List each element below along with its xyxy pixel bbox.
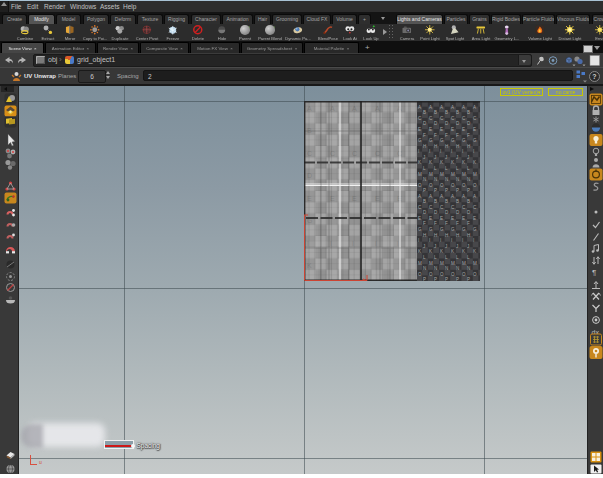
svg-text:A: A bbox=[418, 194, 421, 199]
svg-text:N: N bbox=[434, 177, 437, 182]
svg-text:K: K bbox=[473, 160, 476, 165]
svg-text:E: E bbox=[462, 216, 465, 221]
svg-text:O: O bbox=[429, 272, 433, 277]
svg-text:J: J bbox=[434, 155, 436, 160]
svg-text:N: N bbox=[423, 266, 426, 271]
svg-text:F: F bbox=[434, 133, 437, 138]
svg-text:G: G bbox=[462, 227, 466, 232]
svg-text:E: E bbox=[429, 216, 432, 221]
svg-text:F: F bbox=[423, 133, 426, 138]
svg-text:P: P bbox=[434, 188, 437, 193]
svg-text:O: O bbox=[462, 272, 466, 277]
svg-text:K: K bbox=[429, 160, 432, 165]
svg-text:O: O bbox=[429, 183, 433, 188]
svg-text:F: F bbox=[434, 221, 437, 226]
svg-text:G: G bbox=[418, 138, 422, 143]
svg-text:P: P bbox=[434, 277, 437, 281]
svg-text:N: N bbox=[434, 266, 437, 271]
svg-text:K: K bbox=[440, 249, 443, 254]
svg-text:H: H bbox=[423, 144, 426, 149]
svg-text:I: I bbox=[429, 238, 430, 243]
svg-text:K: K bbox=[429, 249, 432, 254]
svg-text:J: J bbox=[423, 155, 425, 160]
svg-text:M: M bbox=[462, 261, 466, 266]
svg-text:E: E bbox=[451, 216, 454, 221]
svg-text:I: I bbox=[418, 238, 419, 243]
svg-text:A: A bbox=[473, 105, 476, 110]
svg-text:H: H bbox=[456, 233, 459, 238]
svg-text:K: K bbox=[451, 249, 454, 254]
svg-text:N: N bbox=[467, 266, 470, 271]
svg-text:P: P bbox=[423, 188, 426, 193]
svg-text:M: M bbox=[473, 172, 477, 177]
svg-text:H: H bbox=[445, 233, 448, 238]
svg-text:B: B bbox=[445, 199, 448, 204]
svg-text:I: I bbox=[451, 238, 452, 243]
svg-text:G: G bbox=[462, 138, 466, 143]
svg-text:M: M bbox=[429, 261, 433, 266]
svg-text:F: F bbox=[456, 221, 459, 226]
svg-text:B: B bbox=[467, 199, 470, 204]
svg-text:P: P bbox=[467, 188, 470, 193]
svg-text:H: H bbox=[467, 144, 470, 149]
svg-text:E: E bbox=[429, 127, 432, 132]
svg-text:P: P bbox=[423, 277, 426, 281]
svg-text:N: N bbox=[456, 177, 459, 182]
svg-text:A: A bbox=[440, 194, 443, 199]
svg-text:O: O bbox=[418, 183, 422, 188]
svg-text:M: M bbox=[473, 261, 477, 266]
svg-text:I: I bbox=[429, 149, 430, 154]
svg-text:O: O bbox=[418, 272, 422, 277]
svg-text:E: E bbox=[473, 216, 476, 221]
svg-text:P: P bbox=[445, 188, 448, 193]
svg-text:J: J bbox=[467, 155, 469, 160]
svg-text:J: J bbox=[467, 244, 469, 249]
svg-text:N: N bbox=[423, 177, 426, 182]
svg-text:B: B bbox=[467, 110, 470, 115]
svg-text:E: E bbox=[418, 216, 421, 221]
svg-text:O: O bbox=[451, 183, 455, 188]
svg-text:I: I bbox=[462, 238, 463, 243]
svg-text:I: I bbox=[418, 149, 419, 154]
svg-text:A: A bbox=[429, 194, 432, 199]
svg-text:E: E bbox=[440, 127, 443, 132]
svg-text:I: I bbox=[473, 149, 474, 154]
svg-text:G: G bbox=[440, 227, 444, 232]
svg-text:E: E bbox=[473, 127, 476, 132]
svg-text:G: G bbox=[473, 138, 477, 143]
svg-text:J: J bbox=[456, 244, 458, 249]
svg-text:A: A bbox=[451, 194, 454, 199]
svg-text:I: I bbox=[440, 149, 441, 154]
svg-text:¶: ¶ bbox=[592, 268, 596, 277]
svg-text:K: K bbox=[462, 160, 465, 165]
svg-text:B: B bbox=[445, 110, 448, 115]
svg-text:H: H bbox=[423, 233, 426, 238]
svg-text:B: B bbox=[456, 110, 459, 115]
svg-text:K: K bbox=[462, 249, 465, 254]
svg-text:P: P bbox=[456, 188, 459, 193]
svg-text:O: O bbox=[473, 272, 477, 277]
svg-text:M: M bbox=[418, 172, 422, 177]
svg-text:K: K bbox=[418, 160, 421, 165]
svg-text:J: J bbox=[456, 155, 458, 160]
svg-text:I: I bbox=[440, 238, 441, 243]
svg-text:G: G bbox=[429, 138, 433, 143]
svg-text:F: F bbox=[445, 221, 448, 226]
svg-text:K: K bbox=[418, 249, 421, 254]
svg-text:H: H bbox=[467, 233, 470, 238]
svg-text:H: H bbox=[456, 144, 459, 149]
svg-text:F: F bbox=[467, 133, 470, 138]
svg-text:O: O bbox=[451, 272, 455, 277]
svg-text:M: M bbox=[451, 172, 455, 177]
svg-text:J: J bbox=[445, 244, 447, 249]
svg-text:N: N bbox=[445, 177, 448, 182]
svg-text:B: B bbox=[423, 110, 426, 115]
svg-text:G: G bbox=[451, 138, 455, 143]
svg-text:F: F bbox=[456, 133, 459, 138]
svg-text:I: I bbox=[451, 149, 452, 154]
svg-text:P: P bbox=[456, 277, 459, 281]
svg-text:O: O bbox=[473, 183, 477, 188]
svg-text:H: H bbox=[445, 144, 448, 149]
svg-text:K: K bbox=[451, 160, 454, 165]
svg-text:G: G bbox=[440, 138, 444, 143]
